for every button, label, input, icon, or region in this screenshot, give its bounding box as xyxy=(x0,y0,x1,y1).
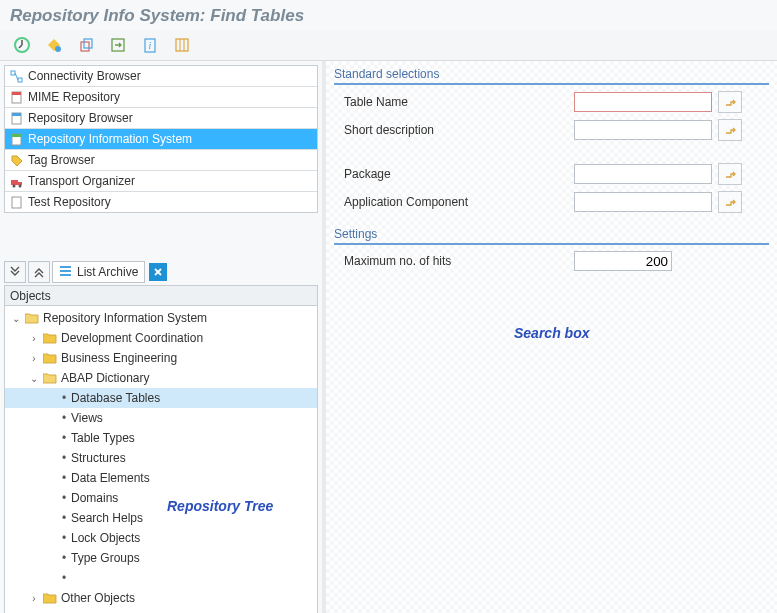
hits-label: Maximum no. of hits xyxy=(334,254,574,268)
repository-tree: Repository Tree ⌄Repository Information … xyxy=(4,306,318,613)
execute-button[interactable] xyxy=(6,32,38,58)
tree-label: ABAP Dictionary xyxy=(61,371,149,385)
field-label: Package xyxy=(334,167,574,181)
folder-icon xyxy=(25,313,39,324)
svg-point-21 xyxy=(18,184,21,187)
expand-all-button[interactable] xyxy=(28,261,50,283)
doc-red-icon xyxy=(9,90,23,104)
field-input[interactable] xyxy=(574,120,712,140)
doc-plain-icon xyxy=(9,195,23,209)
tree-node[interactable]: ›Fields xyxy=(5,608,317,613)
multi-select-button[interactable] xyxy=(718,119,742,141)
svg-rect-13 xyxy=(12,92,21,95)
lower-toolbar: List Archive xyxy=(4,261,318,283)
tree-label: Search Helps xyxy=(71,511,143,525)
svg-rect-11 xyxy=(18,78,22,82)
annotation-tree: Repository Tree xyxy=(167,498,273,514)
tree-node[interactable]: ›Other Objects xyxy=(5,588,317,608)
field-label: Table Name xyxy=(334,95,574,109)
svg-rect-22 xyxy=(12,197,21,208)
multi-select-button[interactable] xyxy=(718,191,742,213)
svg-point-20 xyxy=(12,184,15,187)
nav-item[interactable]: Repository Information System xyxy=(5,129,317,150)
bullet-icon: • xyxy=(61,511,67,525)
bullet-icon: • xyxy=(61,571,67,585)
nav-item[interactable]: Transport Organizer xyxy=(5,171,317,192)
svg-rect-25 xyxy=(60,274,71,276)
field-input[interactable] xyxy=(574,92,712,112)
chevron-down-icon[interactable]: ⌄ xyxy=(29,373,39,384)
tree-node[interactable]: ›Business Engineering xyxy=(5,348,317,368)
tree-node[interactable]: ⌄ABAP Dictionary xyxy=(5,368,317,388)
tree-node[interactable]: ⌄Repository Information System xyxy=(5,308,317,328)
tree-label: Table Types xyxy=(71,431,135,445)
tree-label: Data Elements xyxy=(71,471,150,485)
folder-icon xyxy=(43,593,57,604)
tree-label: Development Coordination xyxy=(61,331,203,345)
list-archive-label: List Archive xyxy=(77,265,138,279)
tag-icon xyxy=(9,153,23,167)
tree-node[interactable]: •Views xyxy=(5,408,317,428)
tree-label: Views xyxy=(71,411,103,425)
tree-label: Type Groups xyxy=(71,551,140,565)
svg-rect-3 xyxy=(84,39,92,48)
tree-node[interactable]: ›Development Coordination xyxy=(5,328,317,348)
truck-icon xyxy=(9,174,23,188)
chevron-down-icon[interactable]: ⌄ xyxy=(11,313,21,324)
standard-selections-group: Standard selections Table NameShort desc… xyxy=(334,67,769,213)
tree-node[interactable]: •Lock Objects xyxy=(5,528,317,548)
nav-item[interactable]: MIME Repository xyxy=(5,87,317,108)
field-input[interactable] xyxy=(574,192,712,212)
nav-item[interactable]: Test Repository xyxy=(5,192,317,212)
nav-label: Transport Organizer xyxy=(28,174,135,188)
bullet-icon: • xyxy=(61,431,67,445)
tree-node[interactable]: • xyxy=(5,568,317,588)
svg-rect-10 xyxy=(11,71,15,75)
bullet-icon: • xyxy=(61,391,67,405)
copy-button[interactable] xyxy=(70,32,102,58)
bullet-icon: • xyxy=(61,411,67,425)
tree-node[interactable]: •Table Types xyxy=(5,428,317,448)
svg-text:i: i xyxy=(149,40,152,51)
settings-group: Settings Maximum no. of hits xyxy=(334,227,769,271)
tree-label: Repository Information System xyxy=(43,311,207,325)
main-toolbar: i xyxy=(0,30,777,61)
tree-label: Other Objects xyxy=(61,591,135,605)
list-archive-button[interactable]: List Archive xyxy=(52,261,145,283)
tree-node[interactable]: •Data Elements xyxy=(5,468,317,488)
tree-node[interactable]: •Type Groups xyxy=(5,548,317,568)
svg-rect-7 xyxy=(176,39,188,51)
svg-point-1 xyxy=(55,46,61,52)
multi-select-button[interactable] xyxy=(718,163,742,185)
tree-label: Database Tables xyxy=(71,391,160,405)
nav-item[interactable]: Repository Browser xyxy=(5,108,317,129)
tree-label: Lock Objects xyxy=(71,531,140,545)
chevron-right-icon[interactable]: › xyxy=(29,593,39,604)
tree-node[interactable]: •Structures xyxy=(5,448,317,468)
tree-node[interactable]: •Database Tables xyxy=(5,388,317,408)
nav-item[interactable]: Tag Browser xyxy=(5,150,317,171)
field-label: Application Component xyxy=(334,195,574,209)
nav-label: Repository Browser xyxy=(28,111,133,125)
page-title: Repository Info System: Find Tables xyxy=(0,0,777,30)
svg-rect-2 xyxy=(81,42,89,51)
diamond-button[interactable] xyxy=(38,32,70,58)
columns-button[interactable] xyxy=(166,32,198,58)
hits-input[interactable] xyxy=(574,251,672,271)
nav-label: Repository Information System xyxy=(28,132,192,146)
chevron-right-icon[interactable]: › xyxy=(29,333,39,344)
nav-item[interactable]: Connectivity Browser xyxy=(5,66,317,87)
box-arrow-button[interactable] xyxy=(102,32,134,58)
browser-nav-list: Connectivity BrowserMIME RepositoryRepos… xyxy=(4,65,318,213)
chevron-right-icon[interactable]: › xyxy=(29,353,39,364)
close-button[interactable] xyxy=(149,263,167,281)
doc-green-icon xyxy=(9,132,23,146)
info-button[interactable]: i xyxy=(134,32,166,58)
svg-rect-18 xyxy=(11,180,18,185)
collapse-all-button[interactable] xyxy=(4,261,26,283)
field-input[interactable] xyxy=(574,164,712,184)
folder-icon xyxy=(43,353,57,364)
multi-select-button[interactable] xyxy=(718,91,742,113)
group-label: Standard selections xyxy=(334,67,769,85)
diagram-icon xyxy=(9,69,23,83)
